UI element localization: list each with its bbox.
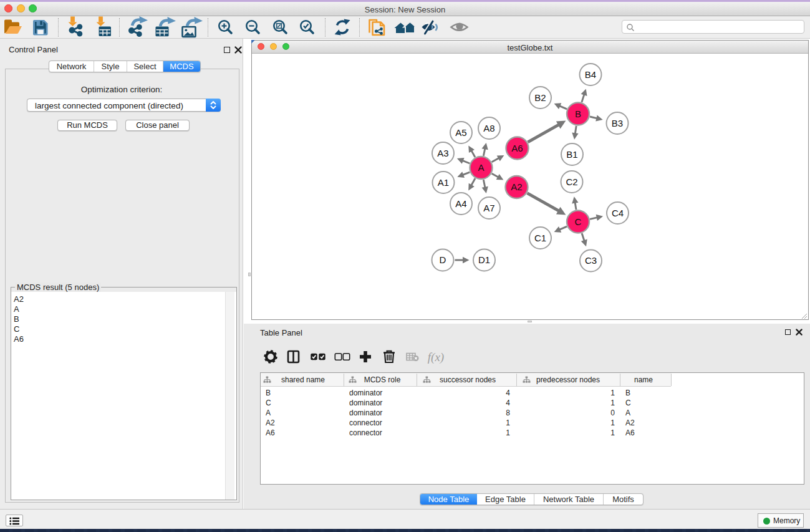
svg-text:B1: B1: [566, 149, 577, 160]
svg-text:B: B: [575, 109, 581, 119]
svg-text:A5: A5: [455, 127, 466, 138]
svg-text:A7: A7: [483, 203, 494, 213]
svg-text:D1: D1: [478, 254, 490, 265]
svg-text:C: C: [575, 216, 582, 227]
svg-text:A2: A2: [511, 181, 522, 192]
svg-text:B2: B2: [534, 92, 546, 103]
svg-text:A: A: [478, 162, 484, 173]
svg-text:B3: B3: [612, 118, 623, 128]
svg-text:A4: A4: [455, 198, 466, 209]
svg-text:f(x): f(x): [428, 351, 444, 364]
svg-text:C2: C2: [566, 177, 577, 187]
svg-text:D: D: [440, 254, 446, 265]
svg-text:A8: A8: [483, 123, 494, 133]
svg-text:A6: A6: [511, 143, 523, 153]
svg-text:C4: C4: [612, 208, 624, 218]
svg-text:A1: A1: [438, 177, 449, 188]
svg-text:C1: C1: [534, 233, 546, 243]
svg-text:C3: C3: [585, 255, 597, 266]
svg-text:A3: A3: [437, 148, 448, 158]
svg-text:B4: B4: [585, 69, 596, 80]
